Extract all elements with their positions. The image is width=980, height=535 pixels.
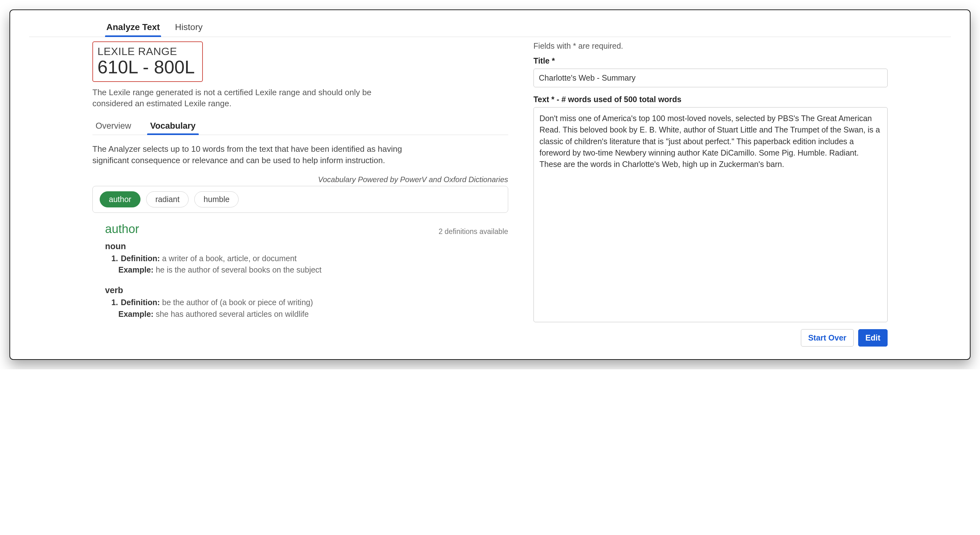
definition-item: 1. Definition: be the author of (a book …: [111, 297, 508, 320]
chip-author[interactable]: author: [100, 191, 140, 208]
definition-text: a writer of a book, article, or document: [162, 254, 296, 263]
definition-label: Definition:: [121, 254, 160, 263]
definition-header: author 2 definitions available: [105, 222, 508, 236]
edit-button[interactable]: Edit: [858, 329, 888, 346]
required-fields-note: Fields with * are required.: [533, 41, 888, 51]
definition-label: Definition:: [121, 298, 160, 307]
vocab-word-chips: author radiant humble: [92, 186, 508, 213]
lexile-range-label: LEXILE RANGE: [97, 45, 195, 57]
tab-analyze-text[interactable]: Analyze Text: [105, 19, 161, 37]
pos-label-verb: verb: [105, 286, 508, 295]
tab-history[interactable]: History: [174, 19, 204, 37]
selected-word-heading: author: [105, 222, 139, 236]
secondary-tabs: Overview Vocabulary: [92, 119, 508, 135]
lexile-disclaimer: The Lexile range generated is not a cert…: [92, 87, 383, 109]
chip-humble[interactable]: humble: [194, 191, 239, 208]
definition-noun-block: noun 1. Definition: a writer of a book, …: [105, 241, 508, 276]
text-field-label: Text * - # words used of 500 total words: [533, 95, 888, 104]
example-label: Example:: [118, 265, 153, 274]
action-buttons-row: Start Over Edit: [533, 329, 888, 346]
tab-vocabulary[interactable]: Vocabulary: [147, 119, 199, 135]
definition-number: 1.: [111, 298, 118, 307]
tab-overview[interactable]: Overview: [92, 119, 135, 135]
chip-radiant[interactable]: radiant: [146, 191, 189, 208]
app-frame: Analyze Text History LEXILE RANGE 610L -…: [10, 10, 970, 360]
definition-item: 1. Definition: a writer of a book, artic…: [111, 252, 508, 276]
pos-label-noun: noun: [105, 241, 508, 251]
title-input[interactable]: [533, 68, 888, 87]
text-input-area[interactable]: [533, 107, 888, 322]
lexile-range-value: 610L - 800L: [97, 57, 195, 77]
lexile-range-box: LEXILE RANGE 610L - 800L: [92, 41, 203, 82]
right-column: Fields with * are required. Title * Text…: [533, 41, 888, 346]
primary-tabs: Analyze Text History: [29, 19, 951, 37]
example-text: she has authored several articles on wil…: [156, 310, 309, 318]
title-field-label: Title *: [533, 56, 888, 65]
example-label: Example:: [118, 310, 153, 318]
start-over-button[interactable]: Start Over: [801, 329, 854, 346]
definition-count: 2 definitions available: [439, 227, 508, 236]
definition-verb-block: verb 1. Definition: be the author of (a …: [105, 286, 508, 320]
definition-number: 1.: [111, 254, 118, 263]
left-column: LEXILE RANGE 610L - 800L The Lexile rang…: [92, 41, 508, 346]
analyzer-description: The Analyzer selects up to 10 words from…: [92, 143, 402, 166]
powered-by-text: Vocabulary Powered by PowerV and Oxford …: [92, 175, 508, 184]
example-text: he is the author of several books on the…: [156, 265, 321, 274]
definition-text: be the author of (a book or piece of wri…: [162, 298, 313, 307]
